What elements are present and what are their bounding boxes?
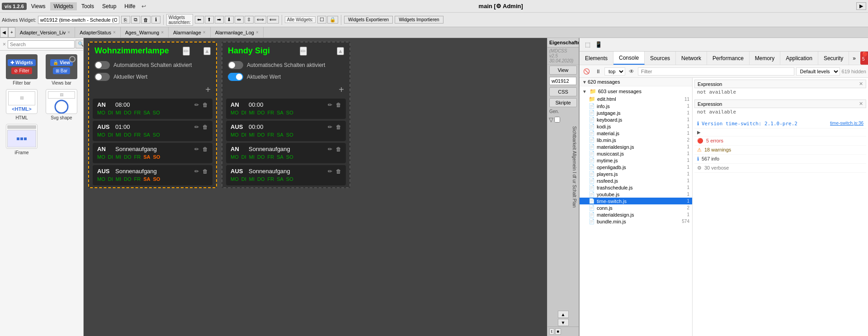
prop-scroll-up-btn[interactable]: ▲ (558, 311, 569, 318)
tab-memory[interactable]: Memory (750, 52, 780, 65)
same-height-btn[interactable]: ⟸ (267, 16, 279, 24)
devtools-device-btn[interactable]: 📱 (593, 40, 604, 49)
file-kodi-js[interactable]: 📄 kodi.js 1 (580, 123, 692, 130)
close-tab-2[interactable]: × (161, 30, 164, 35)
widget2-entry-0-edit[interactable]: ✏ (328, 102, 332, 108)
widget2-entry-2-delete[interactable]: 🗑 (336, 146, 341, 152)
widget1-add-btn[interactable]: + (205, 85, 211, 95)
tab-alarmanlage-log[interactable]: Alarmanlage_Log× (211, 27, 264, 38)
widget1-entry-0-delete[interactable]: 🗑 (203, 102, 208, 108)
widget2-value-toggle[interactable] (228, 73, 243, 81)
widget1-entry-3-edit[interactable]: ✏ (194, 168, 199, 175)
widget2-entry-1-delete[interactable]: 🗑 (336, 124, 341, 130)
widgets-exportieren-btn[interactable]: Widgets Exportieren (344, 16, 393, 24)
widget1-entry-1-delete[interactable]: 🗑 (203, 124, 208, 130)
tab-alarmanlage[interactable]: Alarmanlage× (169, 27, 211, 38)
widget1-edit-btn[interactable]: ✏ (183, 47, 190, 56)
file-youtube-js[interactable]: 📄 youtube.js 1 (580, 191, 692, 198)
widget1-entry-0-edit[interactable]: ✏ (194, 102, 199, 108)
sidebar-item-filter-bar[interactable]: ✚ Widgets ⊘ Filter Filter bar (4, 54, 40, 85)
file-materialdesign-2-js[interactable]: 📄 materialdesign.js 1 (580, 211, 692, 218)
prop-square-btn[interactable]: ■ (555, 328, 561, 335)
close-tab-0[interactable]: × (67, 30, 70, 35)
info-count-row[interactable]: ℹ 567 info (694, 155, 866, 164)
devtools-context-select[interactable]: top (604, 67, 625, 76)
sidebar-search-button[interactable]: 🔍 (75, 40, 84, 48)
tab-network[interactable]: Network (676, 52, 707, 65)
widget2-entry-3-edit[interactable]: ✏ (328, 168, 332, 175)
devtools-eye-btn[interactable]: 👁 (627, 67, 636, 76)
prop-view-btn[interactable]: View (549, 66, 577, 75)
file-lib-min-js[interactable]: 📄 lib.min.js 2 (580, 137, 692, 143)
file-keyboard-js[interactable]: 📄 keyboard.js 1 (580, 116, 692, 123)
expression-2-close[interactable]: ✕ (859, 101, 863, 107)
prop-css-btn[interactable]: CSS (549, 87, 577, 96)
devtools-filter-input[interactable] (638, 67, 794, 76)
file-edit-html[interactable]: 📁 edit.html 11 (580, 95, 692, 103)
file-info-js[interactable]: 📄 info.js 1 (580, 103, 692, 109)
distribute-h-btn[interactable]: ⇹ (235, 16, 244, 24)
widget1-entry-1-edit[interactable]: ✏ (194, 124, 199, 130)
widget1-entry-3-delete[interactable]: 🗑 (203, 168, 208, 175)
devtools-more-btn[interactable]: » (849, 52, 859, 65)
close-tab-1[interactable]: × (113, 30, 116, 35)
widget2-entry-0-delete[interactable]: 🗑 (336, 102, 341, 108)
file-bundle-min-js[interactable]: 📄 bundle.min.js 574 (580, 218, 692, 225)
info-btn[interactable]: ℹ (151, 16, 160, 24)
menu-widgets[interactable]: Widgets (50, 2, 77, 10)
user-messages-header[interactable]: ▼ 📁 603 user messages (580, 87, 692, 95)
delete-btn[interactable]: 🗑 (141, 16, 151, 24)
devtools-level-select[interactable]: Default levels (796, 67, 840, 76)
widget2-edit-btn[interactable]: ✏ (300, 47, 307, 56)
prop-t-btn[interactable]: t (549, 328, 554, 335)
filter-funnel-icon[interactable]: ▽ (549, 116, 553, 123)
close-tab-3[interactable]: × (203, 30, 206, 35)
menu-tools[interactable]: Tools (78, 2, 98, 10)
error-count-row[interactable]: 🔴 5 errors (694, 137, 866, 146)
prop-skripte-btn[interactable]: Skripte (549, 98, 577, 107)
widget2-entry-2-edit[interactable]: ✏ (328, 146, 332, 152)
file-players-js[interactable]: 📄 players.js 1 (580, 170, 692, 177)
lock-btn[interactable]: 🔒 (327, 16, 338, 24)
sidebar-item-views-bar[interactable]: 🔒 View ⊞ Bar Views bar (43, 54, 80, 85)
tab-ages-warnung[interactable]: Ages_Warnung× (121, 27, 169, 38)
back-icon[interactable]: ↩ (142, 3, 146, 9)
devtools-pause-btn[interactable]: ⏸ (594, 67, 603, 76)
tab-console[interactable]: Console (613, 52, 645, 65)
tab-adapter-status[interactable]: AdapterStatus× (75, 27, 121, 38)
widget2-entry-3-delete[interactable]: 🗑 (336, 168, 341, 175)
distribute-v-btn[interactable]: ⇳ (245, 16, 254, 24)
tab-application[interactable]: Application (780, 52, 818, 65)
version-log-row[interactable]: ℹ Version time-switch: 2.1.0-pre.2 time-… (694, 119, 866, 128)
expression-1-header[interactable]: Expression ✕ (694, 80, 866, 88)
widget1-entry-2-delete[interactable]: 🗑 (203, 146, 208, 152)
sidebar-x-btn[interactable]: × (3, 41, 6, 47)
widget1-scroll-btn[interactable]: ▲ (203, 47, 211, 55)
select-all-btn[interactable]: ☐ (317, 16, 326, 24)
prop-scroll-down-btn[interactable]: ▼ (558, 319, 569, 326)
tab-nav-add[interactable]: + (8, 27, 15, 38)
sidebar-item-iframe[interactable]: iFrame (4, 124, 40, 155)
tab-performance[interactable]: Performance (707, 52, 750, 65)
widget2-add-btn[interactable]: + (339, 85, 344, 95)
devtools-inspect-btn[interactable]: ⬚ (583, 40, 592, 49)
warning-count-row[interactable]: ⚠ 18 warnings (694, 146, 866, 155)
tab-prev-btn[interactable]: ◀ (0, 27, 8, 38)
widget-input[interactable] (38, 16, 119, 24)
same-width-btn[interactable]: ⟺ (255, 16, 266, 24)
menu-views[interactable]: Views (28, 2, 49, 10)
tab-security[interactable]: Security (818, 52, 849, 65)
file-openligadb-js[interactable]: 📄 openligadb.js 1 (580, 164, 692, 170)
align-right-btn[interactable]: ➡ (215, 16, 224, 24)
version-link[interactable]: time-switch.js:36 (830, 121, 863, 126)
widget1-auto-toggle[interactable] (94, 61, 110, 69)
file-material-js[interactable]: 📄 material.js 1 (580, 130, 692, 137)
verbose-count-row[interactable]: ⚙ 30 verbose (694, 164, 866, 173)
file-musiccast-js[interactable]: 📄 musiccast.js 1 (580, 150, 692, 157)
file-justgage-js[interactable]: 📄 justgage.js 1 (580, 109, 692, 116)
widget1-entry-2-edit[interactable]: ✏ (194, 146, 199, 152)
tab-elements[interactable]: Elements (580, 52, 613, 65)
tab-adapter-version[interactable]: Adapter_Version_Liv× (15, 27, 75, 38)
file-rssfeed-js[interactable]: 📄 rssfeed.js 1 (580, 177, 692, 184)
widget2-auto-toggle[interactable] (228, 61, 243, 69)
